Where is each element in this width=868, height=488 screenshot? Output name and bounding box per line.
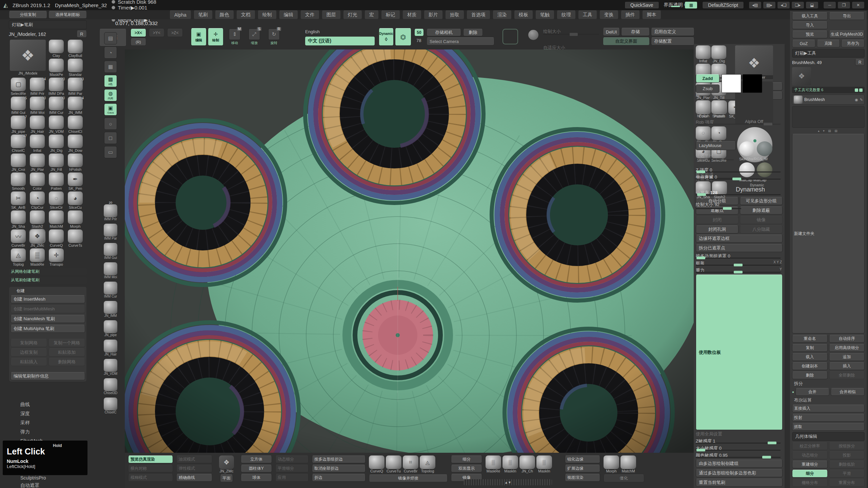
left-tab-button[interactable]: 选择笔刷图标 (48, 11, 87, 19)
primitive-button[interactable]: 立方体 (241, 455, 272, 463)
mask-wide-button[interactable]: 拆分已遮罩点 (696, 244, 783, 252)
brush-thumbnail[interactable]: IMM Gui105 (9, 96, 28, 115)
menu-item[interactable]: 颜色 (215, 11, 234, 19)
lightbox-brush-bar[interactable]: 灯箱▶笔刷 (9, 20, 87, 29)
select-camera-dropdown[interactable]: Select Camera (427, 37, 494, 45)
custom-ui-button[interactable]: 自定义界面 (603, 37, 650, 45)
enable-customize-button[interactable]: 启用自定义 (651, 28, 694, 36)
draw-size-slider[interactable]: 绘制大小 (543, 28, 601, 36)
create-from-mesh-button[interactable]: 从网格创建笔刷 (9, 268, 87, 275)
dock-brush-thumbnail[interactable]: JN_Hair (104, 340, 118, 356)
merge-button[interactable]: 合并 (795, 388, 829, 396)
view-option-button[interactable]: 双面显示 (451, 465, 482, 472)
mask-brush-thumbnail[interactable]: ▒MaskRe (486, 455, 501, 473)
create-button[interactable]: 创建 InsertMultiMesh (11, 305, 85, 313)
edge-button[interactable]: 视图渲染 (565, 474, 600, 482)
split-section-label[interactable]: 拆分 (792, 381, 865, 387)
lightbox-tool-bar[interactable]: 灯箱▶工具 (792, 49, 865, 58)
brush-thumbnail[interactable]: ◬Toplog (9, 248, 28, 267)
primitive-button[interactable]: 球体 (241, 474, 272, 482)
history-circle-button[interactable] (502, 29, 518, 44)
menu-item[interactable]: 宏 (364, 11, 379, 19)
paint-icon[interactable]: ✎ (860, 98, 863, 102)
palette-section-label[interactable]: 深度 (20, 411, 43, 417)
color-swatch-secondary[interactable] (743, 74, 762, 93)
subtool-list[interactable] (792, 106, 865, 128)
material-skinshade[interactable] (739, 141, 755, 156)
subtool-op-button[interactable]: 自动排序 (829, 335, 865, 343)
default-zscript-button[interactable]: DefaultZScript (702, 1, 744, 9)
palette-section-label[interactable]: 自动遮罩 (20, 483, 46, 488)
camera-button[interactable]: ⏣ (395, 28, 411, 46)
rgb-intensity-slider[interactable]: Rgb 强度 (696, 119, 783, 125)
palette-section-label[interactable]: 采样 (20, 420, 43, 426)
dock-brush-thumbnail[interactable]: 20IMM Prir (104, 201, 118, 221)
subtool-op-button[interactable]: 重命名 (792, 335, 828, 343)
dock-brush-thumbnail[interactable]: IMM Moi (104, 262, 118, 279)
menu-item[interactable]: 变换 (599, 11, 618, 19)
brush-thumbnail[interactable]: hPolish (66, 153, 85, 172)
curve-mode-button[interactable]: 油泥模式 (176, 455, 212, 463)
zmc-brush-thumbnail[interactable]: ❖JN_ZMc (219, 455, 234, 473)
primitive-button[interactable]: 圆柱体Y (241, 465, 272, 472)
menus-toggle-button[interactable]: ▦ (685, 1, 697, 9)
quick-brush-thumbnail[interactable]: Smooth (711, 100, 726, 118)
brush-thumbnail[interactable]: ✂SK_AirB (9, 191, 28, 210)
brush-thumbnail[interactable]: JN_VDM (47, 115, 66, 134)
create-button[interactable]: 创建 InsertMesh (11, 295, 85, 303)
dock-brush-thumbnail[interactable]: JN_VDM (104, 359, 118, 375)
brush-thumbnail[interactable]: ◔ClipCur (28, 191, 47, 210)
brush-thumbnail[interactable]: Smooth (9, 172, 28, 191)
gizmo-mode-button[interactable]: ⤢S缩放 (246, 28, 262, 45)
view-option-button[interactable]: 细分 (451, 455, 482, 463)
dynamesh-option-button[interactable]: 镜像 (740, 216, 783, 224)
tool-action-button[interactable]: 另存为 (841, 40, 865, 47)
edit-brush-info-button[interactable]: 编辑笔刷制作信息 (11, 372, 85, 380)
subtool-scroll-strip[interactable]: ▴ ▾ ▤ ▤ (792, 129, 865, 133)
prev-doc-icon[interactable]: ◂▤ (749, 1, 762, 9)
menu-item[interactable]: 渲染 (493, 11, 512, 19)
brush-thumbnail[interactable]: ChiselC47 (9, 134, 28, 153)
symmetry-axis-button[interactable]: >X< (131, 29, 146, 37)
gravity-slider[interactable]: 重力Y (696, 267, 783, 273)
geometry-op-button[interactable]: 动态细分 (792, 451, 828, 459)
sculpt-canvas[interactable] (125, 49, 694, 453)
tool-action-button[interactable]: GoZ (792, 40, 815, 47)
menu-item[interactable]: 纹理 (557, 11, 576, 19)
symmetry-axis-button[interactable]: >Y< (149, 29, 164, 37)
menu-item[interactable]: 工具 (578, 11, 597, 19)
subtool-eye-all-icon[interactable] (855, 88, 858, 92)
color-swatch-primary[interactable] (722, 74, 741, 93)
mesh-op-button[interactable]: 粘贴插入 (11, 358, 47, 366)
inflate-slider[interactable]: 膨胀X Y Z (696, 260, 783, 266)
dynamesh-option-button[interactable]: 可见多边形分组 (740, 197, 783, 205)
store-config-button[interactable]: 存储配置 (651, 37, 694, 45)
transparency-icon[interactable]: ◍内阁 (104, 89, 117, 101)
menu-item[interactable]: 笔刷 (194, 11, 213, 19)
geometry-op-button[interactable]: 删除低阶 (829, 461, 865, 468)
subtool-extra-button[interactable]: 直接插入 (792, 405, 865, 412)
brush-thumbnail[interactable]: ▢SelectRe (9, 77, 28, 96)
gizmo-mode-button[interactable]: ⇕M移动 (226, 28, 243, 45)
subtool-op-button[interactable]: 创建副本 (792, 362, 828, 370)
subtool-list-icon[interactable] (859, 88, 863, 92)
resolution-slider[interactable]: 分辨率 128 (696, 190, 783, 196)
scale-icon[interactable]: ▭ (104, 146, 117, 158)
curve-brush-thumbnail[interactable]: CurveQ (369, 455, 384, 473)
store-ui-button[interactable]: 存储 (621, 28, 650, 36)
use-global-label[interactable]: 使用全局设置 (696, 431, 783, 437)
create-button[interactable]: 创建 MultiAlpha 笔刷 (11, 325, 85, 333)
morph-brush-thumbnail[interactable]: MatchM (620, 455, 636, 473)
crease-button[interactable]: 按多边形组折边 (312, 455, 366, 463)
tool-action-button[interactable]: 载入工具 (792, 12, 828, 20)
brush-thumbnail[interactable]: ✒SK_Pen (66, 172, 85, 191)
subtool-op-button[interactable]: 复制 (792, 344, 828, 352)
edge-button[interactable]: 锐化边缘 (565, 455, 600, 463)
dynamesh-option-button[interactable]: 八分隐藏 (740, 225, 783, 233)
mesh-op-button[interactable]: 删除网格 (48, 358, 85, 366)
curve-mode-button[interactable]: 弹性模式 (176, 465, 212, 472)
polygroup-button[interactable]: 由多边形绘制创建组 (696, 460, 783, 468)
brush-thumbnail[interactable]: JN_Dig (47, 134, 66, 153)
brush-thumbnail[interactable]: ClayBuil (66, 39, 85, 58)
brush-thumbnail[interactable]: JN_Hair (28, 115, 47, 134)
